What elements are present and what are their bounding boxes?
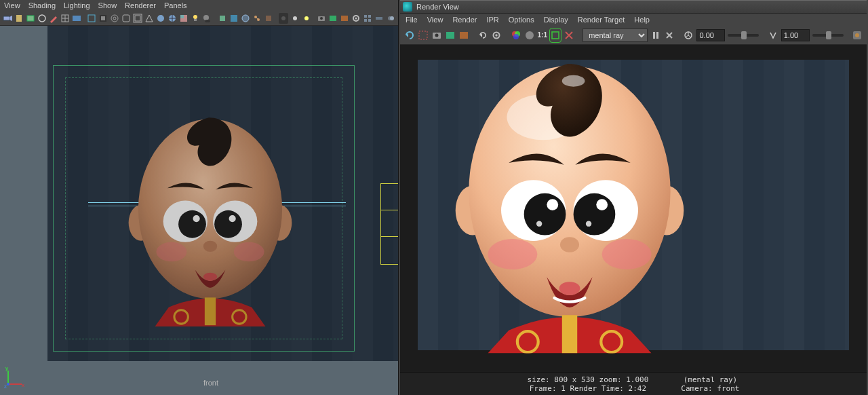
rv-menu-ipr[interactable]: IPR: [486, 16, 498, 24]
smooth-shade-icon[interactable]: [156, 13, 165, 24]
mblur-icon[interactable]: [386, 13, 395, 24]
render-view-titlebar[interactable]: Render View: [400, 0, 867, 14]
renderer-select[interactable]: mental ray: [583, 29, 648, 42]
color-management-icon[interactable]: [852, 29, 863, 42]
render-view-viewport: size: 800 x 530 zoom: 1.000 Frame: 1 Ren…: [400, 45, 867, 395]
snapshot-icon[interactable]: [431, 29, 442, 42]
render-region-icon[interactable]: [418, 29, 429, 42]
ipr-icon[interactable]: [340, 13, 349, 24]
exposure-slider[interactable]: [728, 34, 759, 37]
viewport-menu-shading[interactable]: Shading: [28, 1, 56, 10]
svg-rect-23: [194, 19, 197, 21]
expose-bright-icon[interactable]: [302, 13, 311, 24]
viewport-character[interactable]: [127, 105, 294, 326]
isolate-icon[interactable]: [218, 13, 227, 24]
close-ipr-icon[interactable]: [664, 29, 675, 42]
render-view-canvas[interactable]: [400, 45, 867, 372]
rv-menu-help[interactable]: Help: [634, 16, 650, 24]
svg-text:z: z: [4, 383, 7, 388]
expose-full-icon[interactable]: [290, 13, 300, 24]
ipr-start-icon[interactable]: [458, 29, 469, 42]
exposure-input[interactable]: [696, 29, 725, 41]
film-gate-icon[interactable]: [72, 13, 81, 24]
svg-marker-17: [146, 15, 153, 22]
2d-pan-icon[interactable]: [37, 13, 47, 24]
svg-point-60: [203, 241, 217, 252]
pause-ipr-icon[interactable]: [650, 29, 661, 42]
svg-point-57: [229, 215, 236, 222]
viewport-menu-view[interactable]: View: [4, 1, 20, 10]
svg-rect-26: [220, 16, 225, 21]
rv-menu-view[interactable]: View: [427, 16, 443, 24]
svg-point-106: [586, 221, 591, 226]
maya-app-icon: [403, 2, 412, 12]
render-settings-icon[interactable]: [351, 13, 361, 24]
xray-icon[interactable]: [241, 13, 250, 24]
alpha-channel-icon[interactable]: [524, 29, 535, 42]
bookmark-icon[interactable]: [14, 13, 24, 24]
textured-icon[interactable]: [179, 13, 189, 24]
gamma-field[interactable]: [781, 29, 810, 41]
viewport-menu-renderer[interactable]: Renderer: [125, 1, 156, 10]
refresh-icon[interactable]: [477, 29, 488, 42]
wireframe-icon[interactable]: [144, 13, 154, 24]
svg-point-55: [214, 210, 242, 238]
gate-mask-icon[interactable]: [98, 13, 108, 24]
xray-joints-icon[interactable]: [252, 13, 262, 24]
redo-render-icon[interactable]: [404, 29, 415, 42]
render-current-icon[interactable]: [445, 29, 456, 42]
render-icon[interactable]: [328, 13, 338, 24]
remove-image-icon[interactable]: [564, 29, 574, 42]
grease-pencil-icon[interactable]: [49, 13, 58, 24]
rv-menu-render-target[interactable]: Render Target: [578, 16, 625, 24]
svg-point-34: [293, 16, 297, 20]
highq-render-icon[interactable]: [229, 13, 239, 24]
svg-rect-42: [364, 15, 367, 18]
keep-image-icon[interactable]: [550, 29, 561, 42]
image-plane-icon[interactable]: [26, 13, 35, 24]
gamma-input[interactable]: [781, 29, 810, 41]
safe-title-icon[interactable]: [133, 13, 142, 24]
expose-dim-icon[interactable]: [279, 13, 288, 24]
rendered-character: [453, 49, 686, 354]
resolution-gate-icon[interactable]: [87, 13, 96, 24]
exposure-icon: [683, 29, 694, 42]
render-view-title: Render View: [416, 3, 459, 11]
svg-rect-21: [180, 15, 184, 18]
viewport-menu-lighting[interactable]: Lighting: [64, 1, 90, 10]
lights-icon[interactable]: [191, 13, 200, 24]
viewport-view[interactable]: y x z front: [0, 26, 398, 395]
wireframe-shaded-icon[interactable]: [167, 13, 177, 24]
depth-icon[interactable]: [374, 13, 384, 24]
viewport-panel: View Shading Lighting Show Renderer Pane…: [0, 0, 399, 395]
camera-select-icon[interactable]: [3, 13, 12, 24]
status-engine: (mental ray): [681, 375, 739, 384]
svg-point-67: [7, 383, 9, 385]
exposure-field[interactable]: [696, 29, 725, 41]
rv-menu-render[interactable]: Render: [452, 16, 477, 24]
rv-menu-file[interactable]: File: [406, 16, 418, 24]
batch-render-icon[interactable]: [363, 13, 372, 24]
rv-menu-display[interactable]: Display: [544, 16, 568, 24]
svg-point-37: [320, 17, 323, 20]
grid-icon[interactable]: [60, 13, 70, 24]
field-chart-icon[interactable]: [110, 13, 119, 24]
svg-point-108: [602, 239, 652, 269]
svg-point-61: [203, 273, 217, 281]
svg-rect-39: [341, 16, 348, 21]
render-settings-icon[interactable]: [491, 29, 502, 42]
svg-point-24: [203, 15, 209, 20]
rgb-channel-icon[interactable]: [511, 29, 521, 42]
xray-comp-icon[interactable]: [264, 13, 273, 24]
shadows-icon[interactable]: [202, 13, 212, 24]
viewport-menu-panels[interactable]: Panels: [164, 1, 187, 10]
safe-action-icon[interactable]: [121, 13, 131, 24]
selection-handle-group[interactable]: [380, 183, 398, 265]
svg-point-59: [234, 242, 264, 262]
gamma-slider[interactable]: [812, 34, 844, 37]
one-to-one-icon[interactable]: 1:1: [538, 29, 547, 42]
svg-rect-64: [205, 297, 216, 325]
snapshot-icon[interactable]: [317, 13, 326, 24]
rv-menu-options[interactable]: Options: [509, 16, 534, 24]
viewport-menu-show[interactable]: Show: [98, 1, 117, 10]
